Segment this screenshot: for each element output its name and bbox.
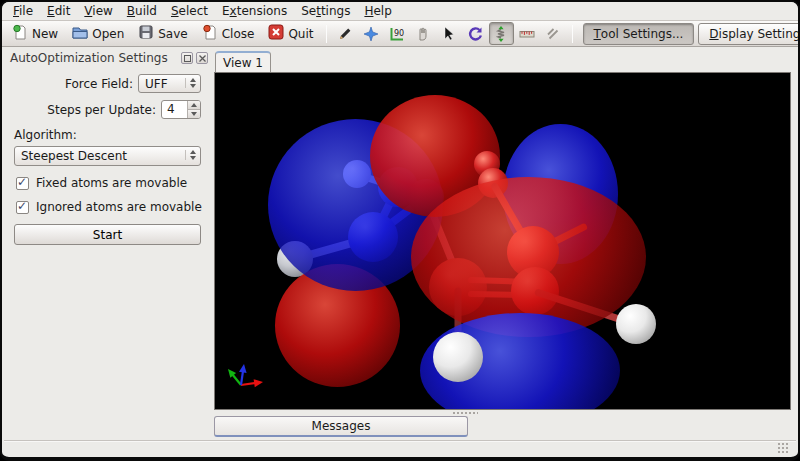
menu-file[interactable]: File [6, 3, 40, 19]
tools-group: 90 [333, 22, 566, 45]
messages-toggle[interactable]: Messages [214, 416, 468, 437]
toolbar: NewOpenSaveCloseQuit 90 Tool Settings...… [2, 20, 798, 47]
algorithm-value: Steepest Descent [21, 149, 127, 163]
display-settings-button[interactable]: Display Settings... [698, 23, 800, 45]
hand-icon [415, 26, 431, 42]
svg-text:90: 90 [394, 29, 404, 38]
select-arrow-icon [441, 26, 457, 42]
toolbar-button-label: Quit [288, 27, 313, 41]
status-bar [4, 440, 796, 457]
manipulate-tool[interactable] [411, 22, 436, 45]
dock-close-button[interactable] [196, 52, 208, 64]
z-axis-arrowhead [239, 364, 247, 373]
pencil-icon [337, 26, 353, 42]
close-button[interactable]: Close [196, 22, 261, 45]
menu-build[interactable]: Build [120, 3, 164, 19]
algorithm-label: Algorithm: [14, 128, 213, 142]
draw-tool[interactable] [333, 22, 358, 45]
measure-tool[interactable] [515, 22, 540, 45]
angle-90-icon: 90 [389, 26, 405, 42]
menu-extensions[interactable]: Extensions [215, 3, 294, 19]
open-button[interactable]: Open [66, 22, 130, 45]
float-icon [184, 55, 191, 62]
toolbar-separator [326, 25, 327, 43]
fixed-atoms-checkbox[interactable] [16, 177, 29, 190]
application-window: FileEditViewBuildSelectExtensionsSetting… [0, 0, 800, 461]
ignored-atoms-label: Ignored atoms are movable [36, 200, 202, 214]
panel-title: AutoOptimization Settings [10, 51, 178, 65]
start-button[interactable]: Start [14, 224, 201, 245]
ruler-icon [519, 26, 535, 42]
navigate-tool[interactable] [359, 22, 384, 45]
rotate-swirl-icon [467, 26, 483, 42]
atom-hydrogen [433, 332, 483, 382]
new-button[interactable]: New [6, 22, 64, 45]
toolbar-separator [572, 25, 573, 43]
z-axis [241, 370, 243, 385]
spring-icon [493, 26, 509, 42]
settings-buttons-group: Tool Settings...Display Settings... [579, 23, 800, 45]
file-actions-group: NewOpenSaveCloseQuit [6, 22, 320, 45]
panel-header: AutoOptimization Settings [4, 48, 213, 67]
new-document-icon [12, 24, 28, 43]
steps-per-update-label: Steps per Update: [47, 103, 156, 117]
viewport-3d[interactable] [214, 72, 791, 410]
menu-bar: FileEditViewBuildSelectExtensionsSetting… [2, 2, 798, 20]
toolbar-button-label: Save [158, 27, 187, 41]
messages-label: Messages [312, 419, 371, 433]
splitter-handle[interactable] [452, 411, 478, 415]
tab-view-1[interactable]: View 1 [215, 51, 271, 73]
save-icon [138, 24, 154, 43]
steps-per-update-input[interactable]: 4 [161, 100, 201, 119]
toolbar-button-label: Open [92, 27, 124, 41]
spin-up-button[interactable] [188, 101, 200, 109]
x-axis [241, 383, 257, 385]
insert-fragment-tool[interactable] [541, 22, 566, 45]
close-document-icon [202, 24, 218, 43]
y-axis-arrowhead [228, 369, 236, 378]
autooptimize-tool[interactable] [489, 22, 514, 45]
menu-select[interactable]: Select [164, 3, 215, 19]
tab-label: View 1 [223, 56, 263, 70]
atom-hydrogen [616, 304, 656, 344]
diagonal-lines-icon [545, 26, 561, 42]
spin-down-button[interactable] [188, 109, 200, 118]
autooptimization-panel: AutoOptimization Settings Force Field: U… [4, 48, 213, 437]
x-axis-arrowhead [254, 379, 263, 387]
quit-icon [268, 24, 284, 43]
menu-view[interactable]: View [77, 3, 119, 19]
toolbar-button-label: New [32, 27, 58, 41]
algorithm-select[interactable]: Steepest Descent [14, 146, 201, 166]
menu-edit[interactable]: Edit [40, 3, 77, 19]
steps-value: 4 [162, 101, 187, 118]
save-button[interactable]: Save [132, 22, 193, 45]
close-icon [199, 55, 206, 62]
y-axis [232, 373, 241, 385]
ignored-atoms-checkbox[interactable] [16, 201, 29, 214]
float-button[interactable] [181, 52, 193, 64]
menu-settings[interactable]: Settings [294, 3, 357, 19]
combo-arrows-icon [185, 78, 196, 88]
menu-help[interactable]: Help [357, 3, 398, 19]
resize-grip[interactable] [777, 442, 790, 454]
quit-button[interactable]: Quit [262, 22, 319, 45]
force-field-value: UFF [145, 77, 168, 91]
selection-tool[interactable] [437, 22, 462, 45]
spinner-buttons [187, 101, 200, 118]
force-field-label: Force Field: [65, 77, 133, 91]
tool-settings-button[interactable]: Tool Settings... [583, 23, 695, 45]
fixed-atoms-label: Fixed atoms are movable [36, 176, 187, 190]
toolbar-button-label: Close [222, 27, 255, 41]
navigate-star-icon [363, 26, 379, 42]
bond-centric-tool[interactable]: 90 [385, 22, 410, 45]
rotate-tool[interactable] [463, 22, 488, 45]
open-folder-icon [72, 24, 88, 43]
force-field-select[interactable]: UFF [138, 74, 201, 93]
combo-arrows-icon [185, 150, 196, 160]
